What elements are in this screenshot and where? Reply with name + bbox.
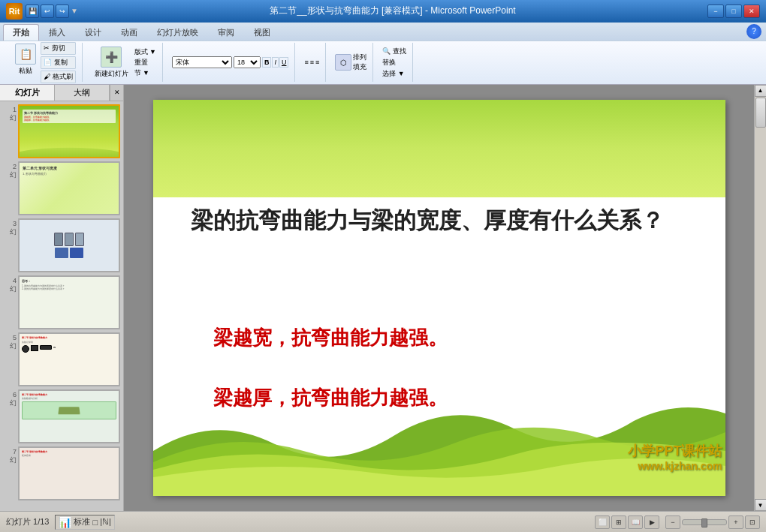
scroll-down-button[interactable]: ▼: [755, 499, 767, 511]
slide-thumb-2[interactable]: 2幻 第二单元 形状与宽度 1. 形状与弯曲能力: [3, 161, 120, 215]
slide-answer2: 梁越厚，抗弯曲能力越强。: [213, 385, 448, 411]
zoom-slider-thumb[interactable]: [701, 518, 707, 527]
status-zoom-value: |ℕ|: [100, 517, 111, 527]
status-zoom-indicator: □: [92, 518, 98, 527]
redo-button[interactable]: ↪: [56, 5, 69, 18]
slide-preview-3[interactable]: [18, 218, 120, 272]
format-painter-button[interactable]: 🖌 格式刷: [41, 71, 76, 83]
align-center-button[interactable]: ≡: [310, 59, 314, 66]
sidebar-tab-bar: 幻灯片 大纲 ✕: [0, 85, 123, 101]
save-button[interactable]: 💾: [26, 5, 39, 18]
new-slide-button[interactable]: ➕ 新建幻灯片: [92, 45, 131, 80]
bold-button[interactable]: B: [262, 57, 272, 68]
drawing-group: ⬡ 排列 填充: [329, 43, 373, 82]
slide-num-4: 4幻: [3, 275, 17, 294]
tab-design[interactable]: 设计: [75, 24, 111, 41]
slideshow-button[interactable]: ▶: [644, 515, 659, 529]
close-button[interactable]: ✕: [743, 5, 760, 18]
shapes-button[interactable]: ⬡: [335, 54, 351, 71]
align-right-button[interactable]: ≡: [315, 59, 319, 66]
section-button[interactable]: 节 ▼: [134, 68, 156, 78]
cut-button[interactable]: ✂ 剪切: [41, 42, 76, 55]
italic-button[interactable]: I: [272, 57, 279, 68]
zoom-slider[interactable]: [682, 519, 727, 525]
outline-tab[interactable]: 大纲: [55, 85, 110, 101]
slide-top-gradient: [153, 100, 725, 197]
status-bar: 幻灯片 1/13 📊 标准 □ |ℕ| ⬜ ⊞ 📖 ▶ − +: [0, 511, 766, 532]
normal-view-button[interactable]: ⬜: [595, 515, 610, 529]
slide-num-3: 3幻: [3, 218, 17, 237]
slide-preview-5[interactable]: 第二节 形状与抗弯曲能力 实验记录表 w: [18, 332, 120, 386]
slide-thumbnail-panel: 1幻 第二节 形状与抗弯曲能力 梁越宽，抗弯曲能力越强。 梁越厚，抗弯曲能力越强…: [0, 101, 123, 511]
slide-status: 幻灯片 1/13: [6, 516, 49, 527]
slide-num-2: 2幻: [3, 161, 17, 180]
slide-sorter-button[interactable]: ⊞: [611, 515, 626, 529]
zoom-in-button[interactable]: +: [728, 515, 743, 529]
slide-num-5: 5幻: [3, 332, 17, 351]
slide-preview-6[interactable]: 第二节 形状与抗弯曲能力 实验数据与分析: [18, 389, 120, 443]
scroll-up-button[interactable]: ▲: [755, 85, 767, 97]
status-view-label: 标准: [74, 516, 90, 527]
tab-animation[interactable]: 动画: [111, 24, 147, 41]
slide-thumb-5[interactable]: 5幻 第二节 形状与抗弯曲能力 实验记录表 w: [3, 332, 120, 386]
slide-preview-2[interactable]: 第二单元 形状与宽度 1. 形状与弯曲能力: [18, 161, 120, 215]
tab-insert[interactable]: 插入: [39, 24, 75, 41]
align-left-button[interactable]: ≡: [304, 59, 308, 66]
status-view-icon: 📊: [59, 516, 71, 528]
reset-button[interactable]: 重置: [134, 58, 156, 68]
slide-count-text: 幻灯片 1/13: [6, 516, 49, 527]
zoom-out-button[interactable]: −: [665, 515, 680, 529]
slide-preview-7[interactable]: 第二节 形状与抗弯曲能力 延伸思考: [18, 446, 120, 500]
paste-button[interactable]: 📋 粘贴: [12, 42, 39, 83]
slides-tab[interactable]: 幻灯片: [0, 85, 55, 101]
slide-panel: 幻灯片 大纲 ✕ 1幻 第二节 形状与抗弯曲能力 梁越宽，抗弯曲能力越强。: [0, 85, 124, 511]
ribbon-tab-bar: 开始 插入 设计 动画 幻灯片放映 审阅 视图 ?: [0, 23, 766, 41]
maximize-button[interactable]: □: [725, 5, 742, 18]
minimize-button[interactable]: −: [707, 5, 724, 18]
paragraph-group: ≡ ≡ ≡: [298, 43, 326, 82]
slide-thumb-6[interactable]: 6幻 第二节 形状与抗弯曲能力 实验数据与分析: [3, 389, 120, 443]
zoom-control: − + ⊡: [665, 515, 760, 529]
font-size-select[interactable]: 18: [234, 56, 261, 68]
copy-button[interactable]: 📄 复制: [41, 56, 76, 69]
find-button[interactable]: 🔍 查找: [382, 47, 406, 56]
slide-num-7: 7幻: [3, 446, 17, 465]
slide-thumb-1[interactable]: 1幻 第二节 形状与抗弯曲能力 梁越宽，抗弯曲能力越强。 梁越厚，抗弯曲能力越强…: [3, 104, 120, 158]
status-bar-right: ⬜ ⊞ 📖 ▶ − + ⊡: [595, 515, 760, 529]
tab-home[interactable]: 开始: [3, 24, 39, 41]
select-button[interactable]: 选择 ▼: [382, 69, 406, 79]
arrange-button[interactable]: 排列: [353, 53, 366, 62]
slide-preview-1[interactable]: 第二节 形状与抗弯曲能力 梁越宽，抗弯曲能力越强。 梁越厚，抗弯曲能力越强。: [18, 104, 120, 158]
tab-view[interactable]: 视图: [244, 24, 280, 41]
undo-button[interactable]: ↩: [41, 5, 54, 18]
help-button[interactable]: ?: [746, 24, 761, 39]
scroll-track: [755, 97, 767, 499]
slide-thumb-7[interactable]: 7幻 第二节 形状与抗弯曲能力 延伸思考: [3, 446, 120, 500]
layout-button[interactable]: 版式 ▼: [134, 47, 156, 57]
status-bar-left: 幻灯片 1/13 📊 标准 □ |ℕ|: [6, 515, 115, 530]
main-slide-area: 梁的抗弯曲能力与梁的宽度、厚度有什么关系？ 梁越宽，抗弯曲能力越强。 梁越厚，抗…: [124, 85, 754, 511]
editing-group: 🔍 查找 替换 选择 ▼: [376, 43, 413, 82]
sidebar-close-button[interactable]: ✕: [110, 85, 123, 101]
status-view-area: 📊 标准 □ |ℕ|: [55, 515, 114, 530]
slide-answer1: 梁越宽，抗弯曲能力越强。: [213, 325, 448, 351]
slide-question: 梁的抗弯曲能力与梁的宽度、厚度有什么关系？: [191, 205, 688, 236]
scroll-thumb[interactable]: [755, 98, 766, 128]
quick-access-toolbar: 💾 ↩ ↪ ▼: [26, 5, 78, 18]
title-bar: Rit 💾 ↩ ↪ ▼ 第二节__形状与抗弯曲能力 [兼容模式] - Micro…: [0, 0, 766, 23]
slide-preview-4[interactable]: 思考： 1. 梁的抗弯曲能力与梁的宽度有什么关系？ 2. 梁的抗弯曲能力与梁的厚…: [18, 275, 120, 329]
tab-review[interactable]: 审阅: [208, 24, 244, 41]
tab-slideshow[interactable]: 幻灯片放映: [147, 24, 208, 41]
fill-button[interactable]: 填充: [353, 62, 366, 72]
underline-button[interactable]: U: [279, 57, 289, 68]
slide-num-6: 6幻: [3, 389, 17, 408]
replace-button[interactable]: 替换: [382, 58, 406, 68]
font-family-select[interactable]: 宋体: [172, 56, 232, 68]
view-buttons: ⬜ ⊞ 📖 ▶: [595, 515, 659, 529]
slide-thumb-4[interactable]: 4幻 思考： 1. 梁的抗弯曲能力与梁的宽度有什么关系？ 2. 梁的抗弯曲能力与…: [3, 275, 120, 329]
fit-slide-button[interactable]: ⊡: [745, 515, 760, 529]
reading-view-button[interactable]: 📖: [628, 515, 643, 529]
slide-thumb-3[interactable]: 3幻: [3, 218, 120, 272]
main-slide[interactable]: 梁的抗弯曲能力与梁的宽度、厚度有什么关系？ 梁越宽，抗弯曲能力越强。 梁越厚，抗…: [153, 100, 725, 496]
right-scrollbar: ▲ ▼: [754, 85, 766, 511]
